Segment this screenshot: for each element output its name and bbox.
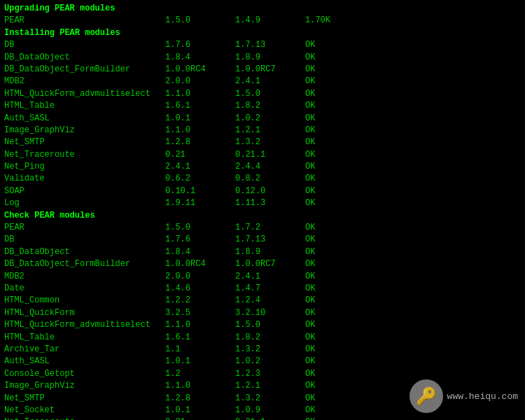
terminal-line: DB1.7.61.7.13OK bbox=[4, 234, 521, 246]
module-version-current: 1.8.4 bbox=[165, 246, 235, 258]
module-status: OK bbox=[305, 173, 361, 185]
module-status: OK bbox=[305, 393, 361, 405]
terminal-line: Net_Traceroute0.210.21.1OK bbox=[4, 416, 521, 420]
module-version-current: 1.2.2 bbox=[165, 295, 235, 307]
module-name: Net_Traceroute bbox=[4, 416, 165, 420]
module-version-current: 1.2.8 bbox=[165, 393, 235, 405]
module-version-current: 1.0.0RC4 bbox=[165, 258, 235, 270]
module-status: OK bbox=[305, 186, 361, 197]
module-status: OK bbox=[305, 52, 361, 64]
module-status: OK bbox=[305, 368, 361, 380]
module-name: Net_SMTP bbox=[4, 393, 165, 405]
module-version-current: 1.4.6 bbox=[165, 283, 235, 295]
module-name: DB_DataObject bbox=[4, 52, 165, 64]
terminal-line: HTML_QuickForm_advmultiselect1.1.01.5.0O… bbox=[4, 88, 521, 100]
module-version-new: 1.3.2 bbox=[235, 344, 305, 356]
module-name: HTML_QuickForm_advmultiselect bbox=[4, 319, 165, 331]
terminal-line: Net_SMTP1.2.81.3.2OK bbox=[4, 136, 521, 148]
module-version-current: 1.8.4 bbox=[165, 52, 235, 64]
module-version-new: 1.2.1 bbox=[235, 125, 305, 136]
module-version-new: 1.0.9 bbox=[235, 405, 305, 416]
module-name: MDB2 bbox=[4, 76, 165, 88]
module-version-new: 1.8.9 bbox=[235, 52, 305, 64]
module-status: OK bbox=[305, 39, 361, 51]
module-name: SOAP bbox=[4, 186, 165, 197]
module-version-new: 1.0.2 bbox=[235, 356, 305, 368]
module-name: Net_SMTP bbox=[4, 136, 165, 148]
module-version-new: 1.4.7 bbox=[235, 283, 305, 295]
terminal-line: PEAR1.5.01.4.91.70K bbox=[4, 15, 521, 27]
module-status: OK bbox=[305, 222, 361, 234]
module-version-current: 0.6.2 bbox=[165, 173, 235, 185]
module-version-current: 1.1.0 bbox=[165, 380, 235, 392]
module-name: Net_Ping bbox=[4, 161, 165, 173]
module-version-current: 1.0.1 bbox=[165, 405, 235, 416]
terminal-line: DB1.7.61.7.13OK bbox=[4, 39, 521, 51]
terminal-line: SOAP0.10.10.12.0OK bbox=[4, 186, 521, 197]
module-version-current: 1.6.1 bbox=[165, 100, 235, 112]
module-name: MDB2 bbox=[4, 271, 165, 283]
terminal-line: HTML_Common1.2.21.2.4OK bbox=[4, 295, 521, 307]
module-version-new: 2.4.1 bbox=[235, 271, 305, 283]
module-name: PEAR bbox=[4, 222, 165, 234]
module-version-new: 1.2.3 bbox=[235, 368, 305, 380]
module-status: OK bbox=[305, 113, 361, 125]
terminal-line: MDB22.0.02.4.1OK bbox=[4, 76, 521, 88]
module-name: Auth_SASL bbox=[4, 356, 165, 368]
module-name: Log bbox=[4, 197, 165, 209]
module-version-current: 1.7.6 bbox=[165, 39, 235, 51]
terminal-line: Auth_SASL1.0.11.0.2OK bbox=[4, 356, 521, 368]
module-version-new: 1.2.1 bbox=[235, 380, 305, 392]
module-version-current: 1.0.1 bbox=[165, 113, 235, 125]
module-status: OK bbox=[305, 197, 361, 209]
module-version-new: 1.3.2 bbox=[235, 136, 305, 148]
module-status: OK bbox=[305, 356, 361, 368]
module-name: HTML_QuickForm_advmultiselect bbox=[4, 88, 165, 100]
terminal-line: Archive_Tar1.11.3.2OK bbox=[4, 344, 521, 356]
module-name: Net_Traceroute bbox=[4, 149, 165, 161]
module-name: Date bbox=[4, 283, 165, 295]
module-name: Validate bbox=[4, 173, 165, 185]
module-version-current: 1.1.0 bbox=[165, 88, 235, 100]
module-version-current: 0.21 bbox=[165, 149, 235, 161]
terminal-line: Validate0.6.20.8.2OK bbox=[4, 173, 521, 185]
module-version-new: 1.8.2 bbox=[235, 100, 305, 112]
module-version-new: 0.21.1 bbox=[235, 416, 305, 420]
terminal-line: DB_DataObject_FormBuilder1.0.0RC41.0.0RC… bbox=[4, 258, 521, 270]
module-version-new: 0.8.2 bbox=[235, 173, 305, 185]
terminal-line: DB_DataObject_FormBuilder1.0.0RC41.0.0RC… bbox=[4, 64, 521, 76]
terminal-line: Log1.9.111.11.3OK bbox=[4, 197, 521, 209]
module-version-current: 3.2.5 bbox=[165, 307, 235, 319]
terminal-line: DB_DataObject1.8.41.8.9OK bbox=[4, 52, 521, 64]
terminal-line: HTML_Table1.6.11.8.2OK bbox=[4, 332, 521, 344]
module-version-new: 2.4.1 bbox=[235, 76, 305, 88]
module-status: OK bbox=[305, 271, 361, 283]
module-name: Auth_SASL bbox=[4, 113, 165, 125]
module-version-current: 2.0.0 bbox=[165, 271, 235, 283]
module-status: OK bbox=[305, 88, 361, 100]
module-status: OK bbox=[305, 149, 361, 161]
module-version-current: 2.0.0 bbox=[165, 76, 235, 88]
module-status: OK bbox=[305, 161, 361, 173]
module-name: DB_DataObject_FormBuilder bbox=[4, 64, 165, 76]
module-version-new: 0.21.1 bbox=[235, 149, 305, 161]
terminal-line: MDB22.0.02.4.1OK bbox=[4, 271, 521, 283]
module-status: OK bbox=[305, 100, 361, 112]
module-version-new: 1.8.9 bbox=[235, 246, 305, 258]
module-name: Image_GraphViz bbox=[4, 380, 165, 392]
module-status: OK bbox=[305, 307, 361, 319]
module-version-new: 1.0.0RC7 bbox=[235, 258, 305, 270]
watermark-site: www.heiqu.com bbox=[447, 391, 518, 402]
module-name: DB_DataObject bbox=[4, 246, 165, 258]
module-name: DB bbox=[4, 234, 165, 246]
terminal-line: Date1.4.61.4.7OK bbox=[4, 283, 521, 295]
terminal-line: Installing PEAR modules bbox=[4, 27, 521, 39]
module-version-new: 1.0.0RC7 bbox=[235, 64, 305, 76]
module-name: PEAR bbox=[4, 15, 165, 27]
module-version-current: 0.10.1 bbox=[165, 186, 235, 197]
module-version-new: 1.7.13 bbox=[235, 234, 305, 246]
module-name: Net_Socket bbox=[4, 405, 165, 416]
module-version-new: 3.2.10 bbox=[235, 307, 305, 319]
module-version-current: 1.0.1 bbox=[165, 356, 235, 368]
module-name: HTML_Table bbox=[4, 100, 165, 112]
